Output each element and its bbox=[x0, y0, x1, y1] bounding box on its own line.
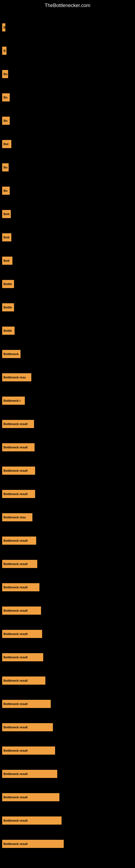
bar-row: Bottleneck bbox=[0, 344, 135, 364]
bars-container: BBBoBoBoBotBoBoBottBottBottBottleBottleB… bbox=[0, 12, 135, 854]
bar-label: Bottleneck result bbox=[2, 793, 59, 801]
bar-row: Bott bbox=[0, 228, 135, 247]
bar-row: Bottleneck result bbox=[0, 414, 135, 433]
bar-label: B bbox=[2, 23, 5, 31]
bar-row: Bottle bbox=[0, 275, 135, 293]
bar-label: B bbox=[2, 46, 6, 55]
bar-label: Bott bbox=[2, 210, 11, 218]
bar-row: Bo bbox=[0, 65, 135, 84]
bar-row: Bottleneck result bbox=[0, 624, 135, 643]
bar-label: Bott bbox=[2, 257, 12, 265]
bar-label: Bottle bbox=[2, 280, 14, 288]
bar-label: Bottleneck result bbox=[2, 560, 37, 568]
bar-row: Bottleneck result bbox=[0, 834, 135, 854]
bar-label: Bottleneck result bbox=[2, 607, 41, 615]
bar-label: Bottleneck bbox=[2, 350, 20, 358]
bar-label: Bottleneck result bbox=[2, 420, 34, 428]
bar-row: Bottleneck result bbox=[0, 741, 135, 760]
bar-label: Bottleneck resu bbox=[2, 373, 31, 381]
bar-row: Bottleneck result bbox=[0, 671, 135, 690]
bar-label: Bottleneck result bbox=[2, 840, 64, 848]
bar-row: Bottleneck result bbox=[0, 554, 135, 574]
bar-row: Bottleneck r bbox=[0, 391, 135, 410]
bar-label: Bo bbox=[2, 163, 9, 172]
site-title: TheBottlenecker.com bbox=[0, 0, 135, 12]
bar-row: Bottleneck result bbox=[0, 438, 135, 457]
bar-row: Bottleneck result bbox=[0, 578, 135, 597]
bar-row: Bott bbox=[0, 251, 135, 270]
bar-label: Bottleneck result bbox=[2, 746, 55, 755]
bar-row: Bottleneck result bbox=[0, 461, 135, 480]
bar-row: Bottleneck result bbox=[0, 811, 135, 830]
bar-row: Bottleneck result bbox=[0, 531, 135, 550]
bar-label: Bottleneck result bbox=[2, 490, 35, 498]
bar-row: B bbox=[0, 41, 135, 60]
bar-row: Bottleneck result bbox=[0, 788, 135, 807]
bar-label: Bottleneck result bbox=[2, 723, 53, 731]
bar-label: Bottleneck result bbox=[2, 630, 42, 638]
bar-label: Bottleneck result bbox=[2, 536, 36, 545]
bar-row: Bottle bbox=[0, 298, 135, 317]
bar-row: Bottleneck resu bbox=[0, 508, 135, 527]
bar-row: Bottleneck result bbox=[0, 485, 135, 503]
bar-row: Bot bbox=[0, 134, 135, 154]
bar-label: Bo bbox=[2, 70, 8, 78]
bar-label: Bottleneck result bbox=[2, 700, 51, 708]
bar-label: Bottle bbox=[2, 327, 14, 335]
bar-row: Bottleneck resu bbox=[0, 368, 135, 387]
bar-row: Bottleneck result bbox=[0, 718, 135, 737]
bar-label: Bot bbox=[2, 140, 11, 148]
bar-label: Bottle bbox=[2, 303, 14, 311]
bar-row: Bottle bbox=[0, 321, 135, 340]
bar-label: Bo bbox=[2, 93, 10, 101]
bar-label: Bottleneck result bbox=[2, 583, 39, 591]
bar-label: Bott bbox=[2, 233, 11, 241]
bar-label: Bo bbox=[2, 187, 10, 195]
bar-label: Bottleneck resu bbox=[2, 513, 32, 521]
bar-label: Bottleneck r bbox=[2, 397, 25, 405]
bar-label: Bo bbox=[2, 117, 10, 125]
bar-label: Bottleneck result bbox=[2, 677, 45, 685]
bar-row: Bottleneck result bbox=[0, 764, 135, 783]
bar-row: Bo bbox=[0, 88, 135, 107]
bar-row: Bott bbox=[0, 205, 135, 223]
bar-row: B bbox=[0, 18, 135, 37]
bar-row: Bottleneck result bbox=[0, 694, 135, 713]
bar-row: Bo bbox=[0, 181, 135, 200]
bar-label: Bottleneck result bbox=[2, 816, 61, 825]
bar-row: Bottleneck result bbox=[0, 601, 135, 620]
bar-label: Bottleneck result bbox=[2, 443, 35, 452]
bar-row: Bo bbox=[0, 158, 135, 177]
bar-label: Bottleneck result bbox=[2, 467, 35, 475]
bar-label: Bottleneck result bbox=[2, 653, 43, 661]
bar-row: Bottleneck result bbox=[0, 648, 135, 667]
bar-row: Bo bbox=[0, 111, 135, 130]
bar-label: Bottleneck result bbox=[2, 770, 57, 778]
